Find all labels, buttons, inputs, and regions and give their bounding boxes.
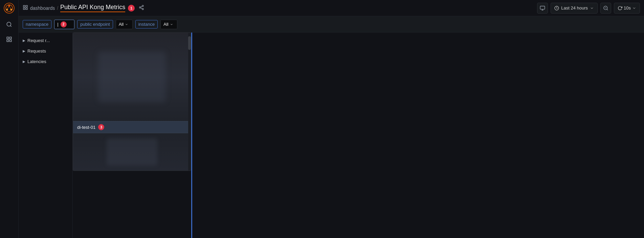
selected-item-badge: 3 [98,124,104,130]
main-content: dashboards / Public API Kong Metrics 1 [19,0,644,238]
svg-line-27 [607,9,608,10]
svg-rect-14 [26,5,27,7]
panel-item-label-3: Latencies [27,59,46,64]
dropdown-container: di-test-01 3 [73,33,644,238]
chevron-right-icon: ▶ [23,39,25,42]
left-panel: ▶ Request r... ▶ Requests ▶ Latencies [19,33,73,238]
dropdown-scrollbar[interactable] [188,33,191,171]
zoom-out-button[interactable] [600,3,611,14]
dropdown-blurred-top [73,33,191,121]
svg-line-8 [10,25,11,26]
svg-rect-12 [10,40,12,42]
panel-item-requests[interactable]: ▶ Requests [19,46,72,56]
svg-rect-10 [10,37,12,39]
time-range-label: Last 24 hours [561,5,588,11]
namespace-filter-label[interactable]: namespace [23,20,51,28]
chevron-right-icon-3: ▶ [23,60,25,63]
public-endpoint-filter-dropdown[interactable]: All [116,20,133,29]
sidebar-icon-dashboards[interactable] [2,33,16,46]
sidebar-icon-search[interactable] [2,18,16,31]
header-right: Last 24 hours 10s [537,3,640,14]
svg-rect-9 [7,37,8,39]
breadcrumb-link[interactable]: dashboards [30,5,55,11]
grafana-logo[interactable] [4,3,15,14]
svg-rect-11 [7,40,8,42]
namespace-filter-icon: | [57,22,58,27]
svg-point-18 [139,7,141,8]
breadcrumb-dashboards-icon [23,5,28,11]
refresh-button[interactable]: 10s [614,3,640,14]
dropdown-scrollbar-thumb[interactable] [188,36,191,50]
breadcrumb-separator: / [57,5,58,11]
public-endpoint-filter-label[interactable]: public endpoint [77,20,113,28]
namespace-filter-dropdown[interactable]: | 2 [54,20,74,29]
svg-point-19 [142,8,143,10]
namespace-badge: 2 [61,21,67,27]
dropdown-scroll-area[interactable] [73,33,191,121]
svg-line-21 [141,6,142,7]
selected-item-text: di-test-01 [77,125,95,130]
sidebar [0,0,19,238]
instance-filter-dropdown[interactable]: All [160,20,177,29]
header-left: dashboards / Public API Kong Metrics 1 [23,3,146,13]
alert-badge[interactable]: 1 [128,5,135,12]
dropdown-selected-item[interactable]: di-test-01 3 [73,121,191,133]
panel-item-request-rate[interactable]: ▶ Request r... [19,35,72,46]
svg-line-20 [141,8,142,9]
instance-filter-label[interactable]: instance [135,20,158,28]
svg-rect-13 [23,5,25,7]
public-endpoint-all-label: All [119,22,124,27]
svg-point-17 [142,5,143,6]
svg-rect-15 [23,8,25,9]
chevron-right-icon-2: ▶ [23,49,25,53]
panel-item-latencies[interactable]: ▶ Latencies [19,56,72,67]
refresh-interval-label: 10s [624,5,631,11]
svg-rect-22 [540,6,545,9]
vertical-divider [191,33,192,238]
tv-mode-button[interactable] [537,3,548,14]
header: dashboards / Public API Kong Metrics 1 [19,0,644,16]
content-area: ▶ Request r... ▶ Requests ▶ Latencies [19,33,644,238]
panel-item-label-2: Requests [27,48,46,54]
breadcrumb: dashboards / Public API Kong Metrics [23,4,125,12]
svg-point-7 [7,22,11,26]
time-range-button[interactable]: Last 24 hours [551,3,598,14]
filter-toolbar: namespace | 2 public endpoint All instan… [19,16,644,33]
share-icon[interactable] [137,3,146,13]
blurred-content [98,52,166,102]
instance-dropdown-overlay[interactable]: di-test-01 3 [73,33,191,171]
blurred-content-bottom [107,138,157,165]
svg-rect-16 [26,8,27,9]
page-title: Public API Kong Metrics [60,4,125,12]
panel-item-label: Request r... [27,38,50,43]
instance-all-label: All [163,22,168,27]
dropdown-blurred-bottom [73,133,191,171]
